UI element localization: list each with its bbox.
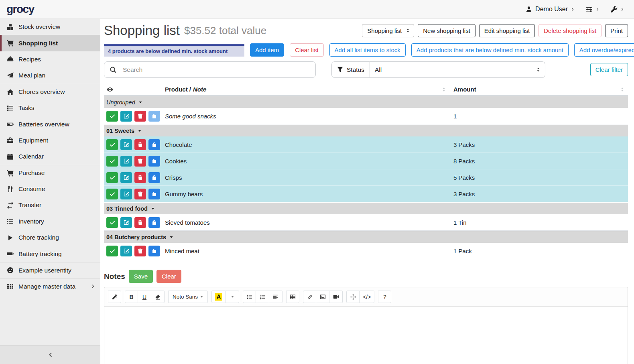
smile-icon bbox=[6, 267, 14, 274]
add-to-stock-icon bbox=[152, 191, 157, 197]
insert-table-button[interactable] bbox=[286, 291, 299, 303]
group-header-tinned-food[interactable]: 03 Tinned food bbox=[104, 203, 628, 214]
sidebar-item-calendar[interactable]: Calendar bbox=[0, 148, 100, 165]
add-to-stock-button[interactable] bbox=[148, 156, 160, 167]
done-button[interactable] bbox=[106, 172, 118, 183]
insert-video-button[interactable] bbox=[329, 291, 343, 303]
add-to-stock-button[interactable] bbox=[148, 246, 160, 256]
sidebar-item-shopping-list[interactable]: Shopping list bbox=[0, 35, 100, 51]
done-icon bbox=[110, 175, 115, 180]
group-header-ungrouped[interactable]: Ungrouped bbox=[104, 96, 628, 108]
sidebar-item-batteries-overview[interactable]: Batteries overview bbox=[0, 116, 100, 132]
sidebar-collapse-button[interactable] bbox=[0, 345, 100, 364]
highlight-color-button[interactable]: A bbox=[211, 291, 226, 303]
delete-item-button[interactable] bbox=[134, 246, 146, 256]
add-below-min-button[interactable]: Add products that are below defined min.… bbox=[411, 43, 569, 57]
done-button[interactable] bbox=[106, 139, 118, 150]
sidebar-item-equipment[interactable]: Equipment bbox=[0, 132, 100, 148]
sidebar-item-manage-master-data[interactable]: Manage master data bbox=[0, 278, 100, 294]
insert-link-button[interactable] bbox=[303, 291, 316, 303]
style-magic-button[interactable] bbox=[108, 291, 121, 303]
editor-content-area[interactable] bbox=[104, 307, 628, 364]
done-button[interactable] bbox=[106, 189, 118, 199]
add-all-to-stock-button[interactable]: Add all list items to stock bbox=[329, 43, 406, 57]
done-button[interactable] bbox=[106, 246, 118, 256]
toolbox-icon bbox=[6, 137, 14, 144]
user-menu[interactable]: Demo User bbox=[526, 6, 575, 13]
exchange-icon bbox=[6, 202, 14, 209]
product-column-header[interactable]: Product / Note bbox=[165, 86, 453, 93]
highlight-color-dropdown[interactable] bbox=[226, 291, 239, 303]
ordered-list-button[interactable] bbox=[256, 291, 269, 303]
paragraph-align-button[interactable] bbox=[269, 291, 282, 303]
clear-list-button[interactable]: Clear list bbox=[290, 43, 323, 57]
add-to-stock-button[interactable] bbox=[148, 111, 160, 122]
delete-item-button[interactable] bbox=[134, 111, 146, 122]
fullscreen-button[interactable] bbox=[346, 291, 360, 303]
insert-picture-button[interactable] bbox=[316, 291, 329, 303]
sidebar-item-chores-overview[interactable]: Chores overview bbox=[0, 84, 100, 100]
edit-item-button[interactable] bbox=[120, 217, 132, 228]
save-notes-button[interactable]: Save bbox=[129, 270, 153, 283]
clear-formatting-button[interactable] bbox=[151, 291, 165, 303]
sidebar-item-tasks[interactable]: Tasks bbox=[0, 100, 100, 116]
group-header-butchery-products[interactable]: 04 Butchery products bbox=[104, 231, 628, 243]
sidebar-item-battery-tracking[interactable]: Battery tracking bbox=[0, 246, 100, 262]
admin-menu[interactable] bbox=[611, 6, 624, 13]
edit-shopping-list-button[interactable]: Edit shopping list bbox=[479, 24, 535, 37]
clear-filter-button[interactable]: Clear filter bbox=[590, 63, 628, 76]
sidebar-item-inventory[interactable]: Inventory bbox=[0, 214, 100, 230]
sidebar-item-recipes[interactable]: Recipes bbox=[0, 51, 100, 67]
clear-notes-button[interactable]: Clear bbox=[156, 270, 181, 283]
font-family-button[interactable]: Noto Sans bbox=[168, 291, 208, 303]
sidebar-item-consume[interactable]: Consume bbox=[0, 181, 100, 197]
add-to-stock-button[interactable] bbox=[148, 172, 160, 183]
eye-icon bbox=[107, 86, 113, 93]
sidebar-item-stock-overview[interactable]: Stock overview bbox=[0, 19, 100, 35]
done-button[interactable] bbox=[106, 111, 118, 122]
shopping-cart-icon bbox=[6, 40, 14, 47]
code-view-button[interactable]: </> bbox=[360, 291, 374, 303]
edit-item-button[interactable] bbox=[120, 139, 132, 150]
app-logo[interactable]: grocy bbox=[6, 3, 34, 16]
add-to-stock-button[interactable] bbox=[148, 217, 160, 228]
add-to-stock-button[interactable] bbox=[148, 139, 160, 150]
print-button[interactable]: Print bbox=[605, 24, 628, 37]
new-shopping-list-button[interactable]: New shopping list bbox=[418, 24, 475, 37]
edit-icon bbox=[124, 220, 129, 225]
unordered-list-button[interactable] bbox=[243, 291, 256, 303]
min-stock-alert[interactable]: 4 products are below defined min. stock … bbox=[104, 44, 244, 57]
done-button[interactable] bbox=[106, 217, 118, 228]
sidebar-item-example-userentity[interactable]: Example userentity bbox=[0, 262, 100, 278]
edit-item-button[interactable] bbox=[120, 156, 132, 167]
sidebar-item-purchase[interactable]: Purchase bbox=[0, 165, 100, 181]
home-icon bbox=[6, 89, 14, 96]
done-button[interactable] bbox=[106, 156, 118, 167]
sidebar-item-chore-tracking[interactable]: Chore tracking bbox=[0, 230, 100, 246]
delete-shopping-list-button[interactable]: Delete shopping list bbox=[538, 24, 601, 37]
sort-icon bbox=[441, 87, 446, 92]
add-overdue-button[interactable]: Add overdue/expired products bbox=[574, 43, 634, 57]
edit-item-button[interactable] bbox=[120, 111, 132, 122]
bold-button[interactable]: B bbox=[125, 291, 138, 303]
sidebar-item-meal-plan[interactable]: Meal plan bbox=[0, 67, 100, 83]
edit-item-button[interactable] bbox=[120, 189, 132, 199]
delete-item-button[interactable] bbox=[134, 156, 146, 167]
edit-item-button[interactable] bbox=[120, 246, 132, 256]
amount-column-header[interactable]: Amount bbox=[453, 86, 628, 93]
edit-item-button[interactable] bbox=[120, 172, 132, 183]
sidebar-item-transfer[interactable]: Transfer bbox=[0, 197, 100, 213]
group-header-sweets[interactable]: 01 Sweets bbox=[104, 125, 628, 136]
delete-item-button[interactable] bbox=[134, 189, 146, 199]
add-item-button[interactable]: Add item bbox=[250, 43, 284, 57]
delete-item-button[interactable] bbox=[134, 139, 146, 150]
shopping-list-select[interactable]: Shopping list bbox=[362, 24, 414, 37]
underline-button[interactable]: U bbox=[138, 291, 151, 303]
settings-menu[interactable] bbox=[586, 6, 599, 13]
search-input[interactable] bbox=[122, 66, 315, 74]
delete-item-button[interactable] bbox=[134, 217, 146, 228]
add-to-stock-button[interactable] bbox=[148, 189, 160, 199]
delete-item-button[interactable] bbox=[134, 172, 146, 183]
status-select[interactable]: All bbox=[370, 61, 545, 78]
help-button[interactable]: ? bbox=[378, 291, 391, 303]
